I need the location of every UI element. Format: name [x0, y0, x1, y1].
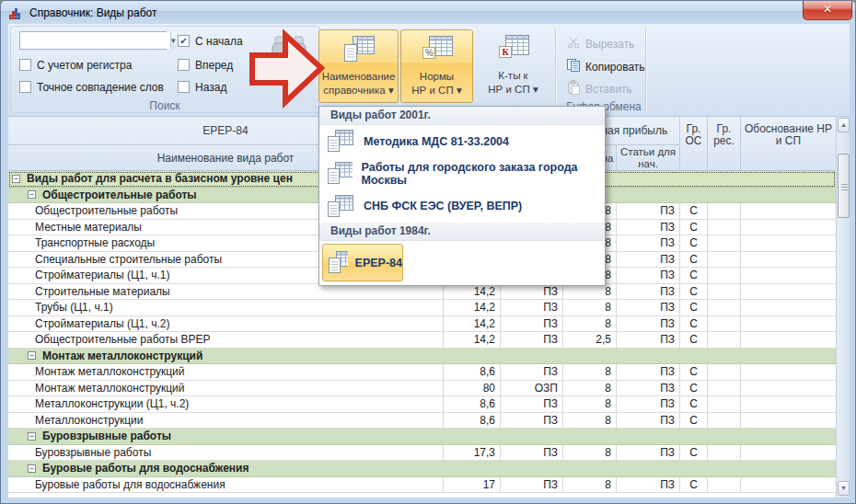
- scroll-up-icon[interactable]: ▲: [838, 118, 850, 132]
- close-icon: ✕: [823, 3, 832, 16]
- norms-button[interactable]: % Нормы НР и СП ▾: [400, 29, 473, 103]
- scrollbar-thumb[interactable]: [838, 154, 850, 218]
- checkbox-register[interactable]: [19, 59, 31, 71]
- column-header-profit-articles[interactable]: Статьи для нач.: [616, 145, 679, 171]
- menu-item-snb[interactable]: СНБ ФСК ЕЭС (ВУЕР, ВЕПР): [319, 189, 605, 223]
- column-header-gr-res[interactable]: Гр. рес.: [707, 117, 740, 171]
- row-cell: ПЗ: [500, 316, 562, 332]
- directory-name-label-2: справочника: [323, 85, 385, 96]
- cut-button: Вырезать: [564, 36, 634, 52]
- table-sheet-icon: [327, 194, 354, 219]
- row-cell: ПЗ: [616, 413, 679, 429]
- row-cell: ПЗ: [616, 477, 679, 493]
- collapse-icon[interactable]: −: [12, 175, 20, 183]
- row-cell: [707, 316, 740, 332]
- row-cell: ОЗП: [500, 381, 562, 396]
- table-row[interactable]: Общестроительные работы ВРЕР14,2ПЗ2,5ПЗС: [8, 332, 836, 349]
- row-cell: [740, 477, 836, 493]
- checkbox-register-label: С учетом регистра: [37, 59, 132, 72]
- copy-button[interactable]: Копировать: [564, 58, 645, 75]
- row-cell: [740, 252, 836, 268]
- row-cell: 8: [562, 413, 616, 429]
- checkbox-back[interactable]: [178, 81, 190, 93]
- row-cell: ПЗ: [616, 235, 679, 251]
- row-cell: [740, 413, 836, 429]
- table-row[interactable]: Металлоконструкции8,6ПЗ8ПЗС: [8, 413, 836, 430]
- checkbox-from-start[interactable]: ✔: [178, 35, 190, 47]
- copy-icon: [564, 58, 583, 75]
- search-input[interactable]: [20, 32, 170, 49]
- checkbox-forward[interactable]: [178, 59, 190, 71]
- row-name: Трубы (Ц1, ч.1): [8, 301, 443, 314]
- group-name: Буровые работы для водоснабжения: [42, 462, 249, 475]
- row-cell: ПЗ: [500, 413, 562, 429]
- row-cell: [740, 284, 836, 300]
- directory-table-icon: [342, 35, 376, 64]
- collapse-icon[interactable]: −: [28, 190, 36, 199]
- row-cell: ПЗ: [616, 396, 679, 412]
- row-cell: [707, 364, 740, 380]
- menu-item-moscow[interactable]: Работы для городского заказа города Моск…: [319, 157, 605, 189]
- table-row[interactable]: Монтаж металлоконструкций80ОЗП8ПЗС: [8, 381, 836, 397]
- scroll-down-icon[interactable]: ▼: [838, 481, 850, 496]
- row-cell: ПЗ: [500, 364, 562, 380]
- row-cell: 14,2: [443, 300, 500, 315]
- table-row[interactable]: Буровые работы для водоснабжения17ПЗ8ПЗС: [8, 477, 836, 494]
- norms-label-2: НР и СП: [411, 85, 453, 96]
- row-cell: 8,6: [443, 364, 500, 380]
- menu-item-mds[interactable]: Методика МДС 81-33.2004: [319, 125, 605, 157]
- row-name: Монтаж металлоконструкций: [8, 382, 443, 395]
- paste-label: Вставить: [585, 83, 632, 96]
- group-separator: [555, 29, 557, 111]
- menu-section-header: Виды работ 2001г.: [319, 107, 605, 125]
- collapse-icon[interactable]: −: [28, 351, 36, 360]
- directory-name-button[interactable]: Наименование справочника ▾: [318, 29, 399, 103]
- row-name: Строительные материалы: [8, 285, 443, 298]
- row-cell: [740, 235, 836, 251]
- row-cell: ПЗ: [616, 316, 679, 332]
- collapse-icon[interactable]: −: [28, 432, 36, 441]
- coefficients-table-icon: К: [497, 34, 530, 63]
- row-cell: [740, 396, 836, 412]
- table-sheet-icon: [327, 129, 354, 154]
- vertical-scrollbar[interactable]: ▲ ▼: [836, 117, 850, 498]
- directory-dropdown-menu: Виды работ 2001г. Методика МДС 81-33.200…: [318, 106, 606, 286]
- row-cell: [740, 381, 836, 396]
- checkbox-exact-match[interactable]: [19, 81, 31, 93]
- table-row[interactable]: Буровзрывные работы17,3ПЗ8ПЗС: [8, 445, 836, 462]
- table-row[interactable]: Монтаж металлоконструкций8,6ПЗ8ПЗС: [8, 364, 836, 381]
- coefficients-button[interactable]: К К-ты к НР и СП ▾: [475, 29, 551, 103]
- row-cell: 8,6: [443, 413, 500, 429]
- row-cell: С: [679, 235, 707, 251]
- menu-item-erer84-selected[interactable]: ЕРЕР-84: [322, 244, 403, 281]
- table-row[interactable]: Трубы (Ц1, ч.1)14,2ПЗ8ПЗС: [8, 300, 836, 316]
- red-arrow-annotation: [245, 27, 330, 109]
- row-cell: ПЗ: [616, 300, 679, 315]
- group-row[interactable]: −Монтаж металлоконструкций: [8, 349, 836, 365]
- group-name: Виды работ для расчета в базисном уровне…: [27, 172, 293, 185]
- paste-button: Вставить: [564, 80, 632, 97]
- combo-dropdown-icon[interactable]: ▾: [170, 32, 176, 49]
- row-cell: [740, 332, 836, 348]
- table-row[interactable]: Металлоконструкции (Ц1, ч.2)8,6ПЗ8ПЗС: [8, 396, 836, 413]
- search-combobox[interactable]: ▾: [19, 31, 167, 50]
- row-cell: 8: [562, 445, 616, 461]
- table-row[interactable]: Стройматериалы (Ц1, ч.2)14,2ПЗ8ПЗС: [8, 316, 836, 333]
- row-cell: 8: [562, 396, 616, 412]
- column-header-gr-os[interactable]: Гр. ОС: [679, 117, 707, 171]
- row-cell: [707, 203, 740, 219]
- group-row[interactable]: −Буровзрывные работы: [8, 429, 836, 445]
- row-cell: С: [679, 220, 707, 235]
- collapse-icon[interactable]: −: [28, 464, 36, 473]
- row-cell: ПЗ: [616, 381, 679, 396]
- copy-label: Копировать: [585, 61, 645, 74]
- column-header-justification[interactable]: Обоснование НР и СП: [740, 117, 836, 171]
- close-button[interactable]: ✕: [803, 1, 852, 20]
- row-cell: С: [679, 381, 707, 396]
- table-row[interactable]: Строительные материалы14,2ПЗ8ПЗС: [8, 284, 836, 301]
- row-cell: С: [679, 364, 707, 380]
- row-name: Металлоконструкции: [8, 414, 443, 427]
- row-cell: ПЗ: [616, 268, 679, 283]
- group-row[interactable]: −Буровые работы для водоснабжения: [8, 461, 836, 477]
- menu-item-label: Работы для городского заказа города Моск…: [362, 161, 605, 187]
